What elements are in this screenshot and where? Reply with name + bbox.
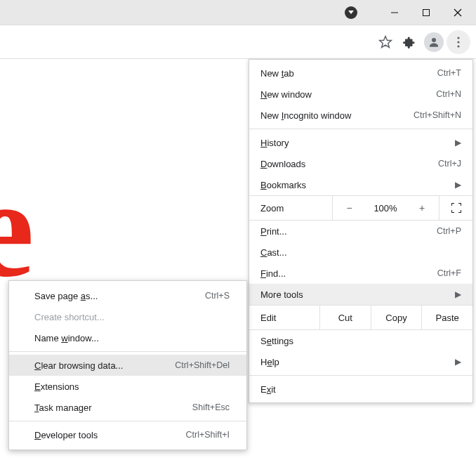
svg-point-8 [457, 45, 459, 47]
edit-paste-button[interactable]: Paste [421, 306, 472, 329]
submenu-task-manager[interactable]: Task manager Shift+Esc [9, 397, 246, 418]
menu-new-window[interactable]: New window Ctrl+N [249, 84, 472, 105]
submenu-clear-browsing-data[interactable]: Clear browsing data... Ctrl+Shift+Del [9, 355, 246, 376]
submenu-arrow-icon: ▶ [455, 138, 461, 148]
fullscreen-button[interactable] [439, 196, 472, 220]
submenu-save-page-as[interactable]: Save page as... Ctrl+S [9, 285, 246, 306]
browser-toolbar [0, 25, 476, 59]
window-titlebar [0, 0, 476, 25]
menu-settings[interactable]: Settings [249, 330, 472, 351]
edit-label: Edit [249, 313, 319, 323]
menu-print[interactable]: Print... Ctrl+P [249, 221, 472, 242]
menu-help[interactable]: Help ▶ [249, 351, 472, 372]
submenu-divider [9, 351, 246, 352]
extensions-puzzle-icon[interactable] [397, 30, 421, 54]
menu-exit[interactable]: Exit [249, 379, 472, 400]
submenu-arrow-icon: ▶ [455, 289, 461, 299]
svg-rect-1 [423, 9, 429, 15]
menu-history[interactable]: History ▶ [249, 132, 472, 153]
opera-badge-icon[interactable] [345, 6, 357, 19]
svg-marker-4 [380, 36, 392, 47]
menu-find[interactable]: Find... Ctrl+F [249, 263, 472, 284]
submenu-name-window[interactable]: Name window... [9, 327, 246, 348]
svg-point-6 [457, 37, 459, 39]
zoom-percentage: 100% [366, 196, 405, 220]
menu-cast[interactable]: Cast... [249, 242, 472, 263]
menu-bookmarks[interactable]: Bookmarks ▶ [249, 174, 472, 195]
bookmark-star-icon[interactable] [373, 30, 397, 54]
submenu-divider [9, 421, 246, 421]
zoom-label: Zoom [249, 203, 332, 214]
submenu-arrow-icon: ▶ [455, 180, 461, 190]
zoom-in-button[interactable]: + [405, 196, 439, 220]
svg-point-7 [457, 41, 459, 43]
menu-downloads[interactable]: Downloads Ctrl+J [249, 153, 472, 174]
fullscreen-icon [451, 203, 461, 213]
zoom-out-button[interactable]: − [332, 196, 366, 220]
menu-more-tools[interactable]: More tools ▶ [249, 284, 472, 305]
profile-avatar-icon[interactable] [424, 32, 444, 52]
window-maximize-button[interactable] [410, 2, 442, 23]
menu-new-tab[interactable]: New tab Ctrl+T [249, 63, 472, 84]
menu-divider [249, 375, 472, 376]
menu-edit-row: Edit Cut Copy Paste [249, 305, 472, 330]
submenu-developer-tools[interactable]: Developer tools Ctrl+Shift+I [9, 424, 246, 445]
menu-divider [249, 129, 472, 129]
edit-copy-button[interactable]: Copy [371, 306, 422, 329]
kebab-menu-icon[interactable] [447, 30, 470, 54]
window-minimize-button[interactable] [378, 2, 410, 23]
submenu-arrow-icon: ▶ [455, 357, 461, 367]
edit-cut-button[interactable]: Cut [319, 306, 371, 329]
menu-zoom-row: Zoom − 100% + [249, 195, 472, 221]
submenu-create-shortcut: Create shortcut... [9, 306, 246, 327]
chrome-main-menu: New tab Ctrl+T New window Ctrl+N New Inc… [249, 59, 473, 403]
svg-point-5 [432, 38, 436, 42]
submenu-extensions[interactable]: Extensions [9, 376, 246, 397]
more-tools-submenu: Save page as... Ctrl+S Create shortcut..… [8, 280, 247, 450]
window-close-button[interactable] [442, 2, 473, 23]
menu-incognito[interactable]: New Incognito window Ctrl+Shift+N [249, 105, 472, 126]
